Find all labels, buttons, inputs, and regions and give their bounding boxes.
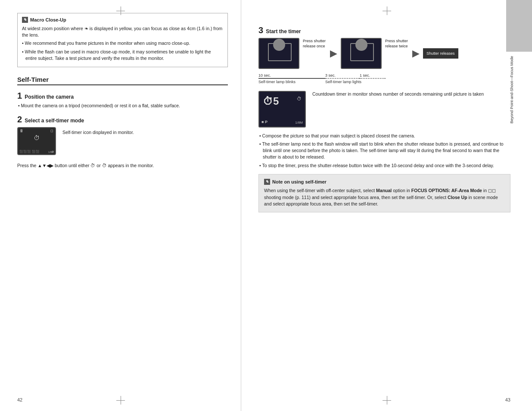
cam2-head bbox=[355, 39, 367, 51]
page-number-right: 43 bbox=[505, 397, 510, 402]
step3-number: 3 bbox=[258, 26, 263, 34]
tl-sublabel-row: Self-timer lamp blinks Self-timer lamp l… bbox=[258, 80, 510, 85]
note-bold1: Manual bbox=[376, 188, 392, 193]
tl-sub1: Self-timer lamp blinks bbox=[258, 80, 325, 85]
timeline-section: 10 sec. 3 sec. 1 sec. Self-timer lamp bl… bbox=[258, 73, 510, 85]
section-title: Self-Timer bbox=[17, 76, 228, 85]
arrow-right-icon-2: ▶ bbox=[412, 38, 420, 69]
step2-title: Select a self-timer mode bbox=[25, 118, 84, 124]
step3-title: Start the timer bbox=[266, 28, 301, 34]
cam-trash-icon: 🗑 bbox=[20, 129, 23, 133]
note-bold2: FOCUS OPTIONS: AF-Area Mode bbox=[411, 188, 482, 193]
step2-desc: Self-timer icon displayed in monitor. bbox=[62, 127, 134, 136]
macro-note-title: Macro Close-Up bbox=[30, 17, 66, 22]
cam2-display bbox=[341, 38, 382, 69]
cam-bottom-left: ⬛⬛⬛ ⬛⬛ bbox=[19, 150, 40, 153]
shutter-box: Shutter releases bbox=[423, 48, 458, 59]
cam-num-right: 1/8M bbox=[48, 151, 54, 153]
tl-1sec-label: 1 sec. bbox=[360, 73, 386, 78]
reg-mark-top-right bbox=[383, 6, 391, 15]
cam1-display bbox=[258, 38, 299, 69]
step2-press-desc: Press the ▲▼◀▶ button until either ⏱ or … bbox=[17, 160, 228, 169]
macro-note-p2: We recommend that you frame pictures in … bbox=[22, 40, 223, 47]
cam1-subject bbox=[268, 43, 292, 61]
note-icon: ✎ bbox=[22, 17, 28, 23]
reg-mark-top bbox=[116, 6, 125, 15]
tl-seg2-dots bbox=[325, 78, 360, 79]
monitor-bottom: ■ P 1/8M bbox=[261, 119, 303, 125]
note-title: Note on using self-timer bbox=[272, 179, 327, 184]
note-icon-gray: ✎ bbox=[264, 179, 270, 185]
tl-3sec-label: 3 sec. bbox=[325, 73, 360, 78]
step1-bullet: Mount the camera on a tripod (recommende… bbox=[17, 103, 228, 109]
press-label-1: Press shutter release once bbox=[303, 38, 327, 49]
bullet-list: Compose the picture so that your main su… bbox=[258, 133, 510, 169]
cam2-container bbox=[341, 38, 382, 69]
bullet-3: To stop the timer, press the shutter-rel… bbox=[258, 162, 510, 169]
countdown-section: ⏱5 ⏱ ■ P 1/8M Countdown timer in monitor… bbox=[258, 91, 510, 128]
tl-10sec-label: 10 sec. bbox=[258, 73, 325, 78]
shutter-label: Shutter releases bbox=[426, 51, 455, 56]
press-twice-text: Press shutter release twice bbox=[385, 39, 409, 49]
cam1-container bbox=[258, 38, 299, 69]
step2-number: 2 bbox=[17, 115, 22, 124]
macro-note-box: ✎ Macro Close-Up At widest zoom position… bbox=[17, 13, 228, 67]
step2-cameras: 🗑 ◻ ⏱ ⬛⬛⬛ ⬛⬛ P 1/8M bbox=[17, 127, 56, 155]
note-text: When using the self-timer with off-cente… bbox=[264, 187, 505, 208]
monitor-timer-icon: ⏱ bbox=[297, 96, 302, 101]
macro-note-header: ✎ Macro Close-Up bbox=[22, 17, 223, 23]
step2-camera-body: 🗑 ◻ ⏱ ⬛⬛⬛ ⬛⬛ P 1/8M bbox=[17, 127, 56, 155]
press-once-text: Press shutter release once bbox=[303, 39, 327, 49]
tl-sub2: Self-timer lamp lights bbox=[325, 80, 386, 85]
tl-label-row: 10 sec. 3 sec. 1 sec. bbox=[258, 73, 510, 78]
left-page: ✎ Macro Close-Up At widest zoom position… bbox=[0, 0, 241, 411]
monitor-num-sm: 1/8M bbox=[295, 121, 303, 125]
arrow-right-icon: ▶ bbox=[330, 38, 337, 69]
tl-seg1-bar bbox=[258, 78, 325, 79]
right-page: Beyond Point-and-Shoot—Focus Mode 3 Star… bbox=[241, 0, 532, 411]
note-bold3: Close Up bbox=[448, 195, 467, 200]
reg-mark-bottom-left bbox=[116, 396, 125, 405]
monitor-p-label: ■ P bbox=[261, 120, 268, 124]
cam-top: 🗑 ◻ bbox=[18, 128, 55, 134]
macro-note-p1: At widest zoom position where ❧ is displ… bbox=[22, 25, 223, 38]
monitor-bottom-right: 1/8M bbox=[295, 119, 303, 125]
note-header: ✎ Note on using self-timer bbox=[264, 179, 505, 185]
page-number-left: 42 bbox=[17, 397, 22, 402]
macro-note-p3: While the flash can be used in macro clo… bbox=[22, 49, 223, 62]
bullet-1: Compose the picture so that your main su… bbox=[258, 133, 510, 139]
press-label-2: Press shutter release twice bbox=[385, 38, 409, 49]
step3-header: 3 Start the timer bbox=[258, 26, 510, 34]
tl-bar bbox=[258, 78, 510, 79]
monitor-number: ⏱5 bbox=[263, 95, 279, 107]
cam1-head bbox=[273, 39, 285, 51]
step2-camera: 🗑 ◻ ⏱ ⬛⬛⬛ ⬛⬛ P 1/8M bbox=[17, 127, 56, 155]
cam-icons-sm: ⬛⬛⬛ ⬛⬛ bbox=[19, 150, 40, 153]
step2-camera-area: 🗑 ◻ ⏱ ⬛⬛⬛ ⬛⬛ P 1/8M Se bbox=[17, 127, 228, 155]
tl-seg3-dots bbox=[360, 78, 386, 79]
right-header-bar bbox=[506, 0, 532, 52]
cam2-subject bbox=[350, 43, 374, 61]
timer-diagram: Press shutter release once ▶ Press shutt… bbox=[258, 38, 510, 69]
reg-mark-bottom-right bbox=[383, 396, 391, 405]
step1-title: Position the camera bbox=[25, 94, 74, 100]
cam-mid: ⏱ bbox=[18, 134, 55, 142]
cam-square-icon: ◻ bbox=[50, 129, 53, 133]
countdown-desc: Countdown timer in monitor shows number … bbox=[312, 91, 484, 97]
note-box-gray: ✎ Note on using self-timer When using th… bbox=[258, 174, 510, 212]
monitor-bottom-left: ■ P bbox=[261, 120, 268, 124]
step1-number: 1 bbox=[17, 91, 22, 100]
bullet-2: The self-timer lamp next to the flash wi… bbox=[258, 141, 510, 161]
sidebar-text: Beyond Point-and-Shoot—Focus Mode bbox=[510, 56, 529, 124]
step2-header: 2 Select a self-timer mode bbox=[17, 115, 228, 124]
monitor-display: ⏱5 ⏱ ■ P 1/8M bbox=[258, 91, 306, 128]
cam-timer-icon-large: ⏱ bbox=[34, 134, 40, 141]
step1-header: 1 Position the camera bbox=[17, 91, 228, 100]
